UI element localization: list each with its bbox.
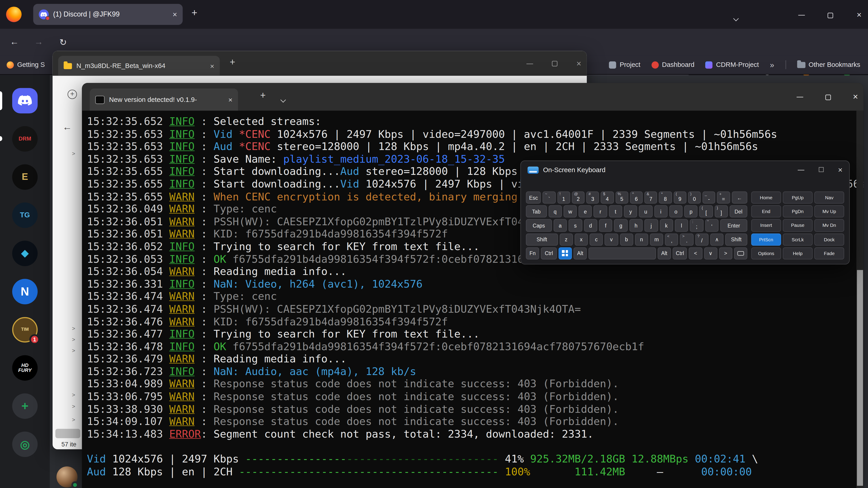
key-h[interactable]: h xyxy=(629,219,643,232)
server-tim-boxeo[interactable]: TIM1 xyxy=(12,317,38,343)
key-backspace[interactable]: ← xyxy=(732,191,747,203)
maximize-button[interactable] xyxy=(552,58,557,68)
forward-button[interactable]: → xyxy=(30,29,48,55)
key-mv-up[interactable]: Mv Up xyxy=(814,205,844,218)
close-button[interactable]: × xyxy=(853,92,858,102)
key-ctrl[interactable]: Ctrl xyxy=(541,247,557,259)
key-d[interactable]: d xyxy=(584,219,597,232)
key-alt-right[interactable]: Alt xyxy=(657,247,671,259)
new-tab-button[interactable]: + xyxy=(191,7,197,19)
bookmark-dashboard[interactable]: Dashboard xyxy=(651,61,694,68)
key-0[interactable]: )0 xyxy=(688,191,701,203)
tab-close-icon[interactable]: × xyxy=(210,62,214,70)
key-n[interactable]: n xyxy=(635,233,648,246)
key-home[interactable]: Home xyxy=(751,191,781,203)
key-caps[interactable]: Caps xyxy=(526,219,552,232)
server-blue-logo[interactable]: ◆ xyxy=(12,240,38,266)
tab-list-chevron-icon[interactable] xyxy=(734,13,738,23)
key-pgdn[interactable]: PgDn xyxy=(783,205,813,218)
key-j[interactable]: j xyxy=(645,219,658,232)
key-end[interactable]: End xyxy=(751,205,781,218)
key-esc[interactable]: Esc xyxy=(526,191,541,203)
tree-expand-chevron[interactable]: > xyxy=(72,325,75,331)
minimize-button[interactable] xyxy=(796,92,803,102)
new-explorer-tab-button[interactable]: + xyxy=(230,57,235,68)
key-arrow-down[interactable]: ∨ xyxy=(704,247,717,259)
key-enter[interactable]: Enter xyxy=(720,219,747,232)
minimize-button[interactable] xyxy=(527,58,533,68)
add-new-icon[interactable]: + xyxy=(68,90,77,99)
explorer-tab[interactable]: N_m3u8DL-RE_Beta_win-x64 × xyxy=(58,56,220,76)
terminal-dropdown-chevron-icon[interactable] xyxy=(281,94,285,104)
key-arrow-up[interactable]: ∧ xyxy=(710,233,723,246)
key[interactable]: >. xyxy=(680,233,693,246)
key[interactable]: }] xyxy=(715,205,728,218)
key-t[interactable]: t xyxy=(609,205,622,218)
key-alt[interactable]: Alt xyxy=(574,247,587,259)
server-hd-fury[interactable]: HDFURY xyxy=(12,355,38,381)
terminal-scrollbar[interactable] xyxy=(857,111,864,488)
tab-close-icon[interactable]: × xyxy=(228,95,232,104)
key-u[interactable]: u xyxy=(639,205,652,218)
scrollbar-thumb[interactable] xyxy=(857,270,863,486)
other-bookmarks-folder[interactable]: Other Bookmarks xyxy=(797,61,860,68)
key-e[interactable]: e xyxy=(579,205,592,218)
key-dock[interactable]: Dock xyxy=(814,233,844,246)
key-7[interactable]: &7 xyxy=(645,191,657,203)
key-4[interactable]: $4 xyxy=(601,191,614,203)
minimize-button[interactable] xyxy=(797,10,806,19)
key-space[interactable] xyxy=(589,247,656,259)
key-i[interactable]: i xyxy=(654,205,668,218)
key-help[interactable]: Help xyxy=(783,247,813,259)
explore-servers[interactable]: ◎ xyxy=(12,431,38,457)
explorer-back-button[interactable]: ← xyxy=(63,122,72,133)
key-fn[interactable]: Fn xyxy=(526,247,539,259)
key-o[interactable]: o xyxy=(669,205,683,218)
key-c[interactable]: c xyxy=(590,233,603,246)
key-scrlk[interactable]: ScrLk xyxy=(783,233,813,246)
server-discord-home[interactable] xyxy=(12,88,38,113)
key-ctrl-right[interactable]: Ctrl xyxy=(673,247,687,259)
tree-expand-chevron[interactable]: > xyxy=(72,348,75,354)
key-tab[interactable]: Tab xyxy=(526,205,547,218)
server-drm[interactable]: DRM xyxy=(12,126,38,152)
key-s[interactable]: s xyxy=(568,219,582,232)
firefox-icon[interactable] xyxy=(6,6,22,22)
key[interactable]: "' xyxy=(705,219,719,232)
key-m[interactable]: m xyxy=(650,233,663,246)
close-button[interactable]: × xyxy=(577,59,581,68)
key-pause[interactable]: Pause xyxy=(783,219,813,232)
close-button[interactable]: × xyxy=(838,165,842,174)
key-5[interactable]: %5 xyxy=(615,191,628,203)
key-keyboard-options[interactable] xyxy=(734,247,747,259)
bookmark-cdrm-project[interactable]: CDRM-Project xyxy=(706,61,759,68)
user-avatar[interactable] xyxy=(57,466,78,487)
key-arrow-left[interactable]: < xyxy=(689,247,702,259)
key-k[interactable]: k xyxy=(659,219,673,232)
key[interactable]: _- xyxy=(703,191,715,203)
key-z[interactable]: z xyxy=(559,233,573,246)
new-terminal-tab-button[interactable]: + xyxy=(260,90,266,101)
scrollbar-thumb[interactable] xyxy=(55,429,80,438)
key[interactable]: += xyxy=(717,191,730,203)
key-p[interactable]: p xyxy=(684,205,698,218)
back-button[interactable]: ← xyxy=(5,29,23,55)
tree-expand-chevron[interactable]: > xyxy=(72,417,75,423)
key-3[interactable]: #3 xyxy=(586,191,599,203)
key-fade[interactable]: Fade xyxy=(814,247,844,259)
key-nav[interactable]: Nav xyxy=(814,191,844,203)
key-6[interactable]: ^6 xyxy=(630,191,643,203)
add-server[interactable]: + xyxy=(12,393,38,419)
key-8[interactable]: *8 xyxy=(659,191,672,203)
key-prtscn[interactable]: PrtScn xyxy=(751,233,781,246)
key-v[interactable]: v xyxy=(604,233,618,246)
key-f[interactable]: f xyxy=(599,219,613,232)
key[interactable]: ?/ xyxy=(695,233,708,246)
key-r[interactable]: r xyxy=(594,205,607,218)
key-windows[interactable] xyxy=(558,247,572,259)
key-mv-dn[interactable]: Mv Dn xyxy=(814,219,844,232)
key-shift[interactable]: Shift xyxy=(526,233,558,246)
maximize-button[interactable] xyxy=(826,10,835,19)
tree-expand-chevron[interactable]: > xyxy=(72,336,75,343)
key-g[interactable]: g xyxy=(614,219,628,232)
